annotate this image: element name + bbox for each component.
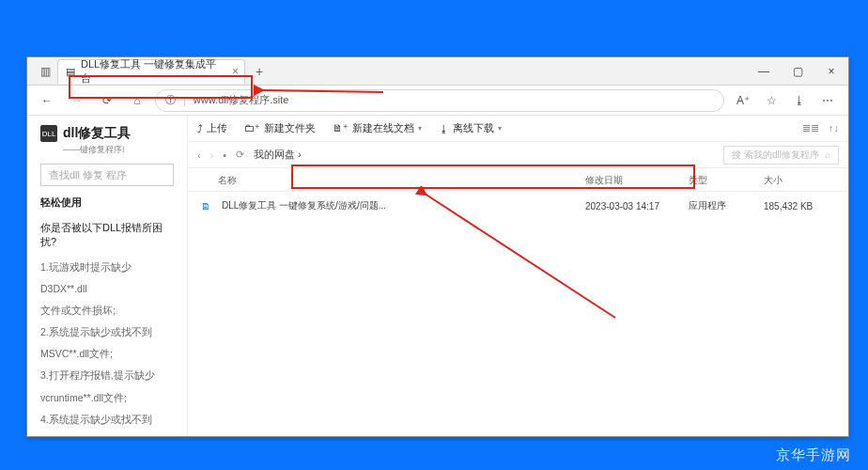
refresh-button[interactable]: ⟳ — [95, 88, 119, 113]
folder-plus-icon: 🗀⁺ — [244, 122, 260, 134]
file-date: 2023-03-03 14:17 — [585, 201, 689, 212]
col-size-header[interactable]: 大小 — [764, 174, 839, 187]
view-mode-button[interactable]: ≣≣ — [802, 122, 819, 134]
home-button[interactable]: ⌂ — [125, 88, 149, 113]
new-folder-button[interactable]: 🗀⁺ 新建文件夹 — [244, 121, 316, 135]
file-search-placeholder: 搜 索我的dll修复程序 — [732, 149, 819, 162]
doc-plus-icon: 🗎⁺ — [333, 122, 349, 134]
site-search-placeholder: 查找dll 修复 程序 — [49, 168, 127, 182]
new-tab-button[interactable]: + — [245, 64, 268, 79]
site-logo-icon: DLL — [40, 125, 57, 142]
upload-button[interactable]: ⤴ 上传 — [197, 121, 227, 135]
site-search-input[interactable]: 查找dll 修复 程序 — [40, 164, 174, 186]
file-manager-pane: ⤴ 上传 🗀⁺ 新建文件夹 🗎⁺ 新建在线文档 ▾ ⭳ 离线下载 ▾ — [187, 116, 848, 436]
col-date-header[interactable]: 修改日期 — [585, 174, 689, 187]
sort-button[interactable]: ↑↓ — [829, 122, 839, 134]
side-heading: 轻松使用 — [40, 196, 174, 210]
page-content: DLL dll修复工具 ——键修复程序! 查找dll 修复 程序 轻松使用 你是… — [27, 116, 848, 436]
problem-item: 3.打开程序报错,提示缺少 — [40, 365, 174, 386]
file-search-input[interactable]: 搜 索我的dll修复程序 ⌕ — [723, 146, 839, 164]
problem-item: 文件或文件损坏; — [40, 300, 174, 321]
breadcrumb-row: ‹ › • ⟳ 我的网盘 › 搜 索我的dll修复程序 ⌕ — [188, 142, 848, 168]
problem-item: 4.系统提示缺少或找不到 — [40, 409, 174, 431]
table-row[interactable]: 🗎DLL修复工具 一键修复系统/游戏/问题...2023-03-03 14:17… — [188, 192, 848, 220]
site-title: DLL dll修复工具 — [40, 125, 174, 142]
faq-question: 你是否被以下DLL报错所困扰? — [40, 221, 174, 249]
address-bar: ← → ⟳ ⌂ ⓘ | www.dll修复程序.site A⁺ ☆ ⭳ ⋯ — [27, 86, 848, 116]
file-table-body: 🗎DLL修复工具 一键修复系统/游戏/问题...2023-03-03 14:17… — [188, 192, 848, 220]
upload-icon: ⤴ — [197, 123, 203, 134]
url-separator: | — [183, 95, 186, 106]
chevron-down-icon: ▾ — [498, 124, 502, 133]
new-folder-label: 新建文件夹 — [264, 121, 316, 135]
new-online-doc-button[interactable]: 🗎⁺ 新建在线文档 ▾ — [333, 121, 422, 135]
problem-item: 2.系统提示缺少或找不到 — [40, 321, 174, 343]
search-icon: ⌕ — [825, 149, 830, 160]
tab-strip: ▥ ▤ DLL修复工具 一键修复集成平台 × + — ▢ × — [27, 57, 848, 86]
tabs-overview-icon[interactable]: ▥ — [33, 59, 57, 84]
url-field[interactable]: ⓘ | www.dll修复程序.site — [155, 89, 724, 112]
file-type-icon: 🗎 — [197, 197, 214, 214]
file-size: 185,432 KB — [764, 201, 839, 212]
tab-close-button[interactable]: × — [232, 65, 239, 78]
page-favicon-icon: ▤ — [66, 66, 75, 78]
forward-button[interactable]: → — [65, 88, 89, 113]
window-controls: — ▢ × — [747, 57, 848, 86]
nav-dot-icon: • — [223, 149, 226, 161]
chevron-down-icon: ▾ — [418, 124, 422, 133]
breadcrumb-path[interactable]: 我的网盘 › — [254, 148, 714, 162]
nav-fwd-button[interactable]: › — [210, 149, 214, 161]
download-icon: ⭳ — [439, 123, 449, 134]
address-right-actions: A⁺ ☆ ⭳ ⋯ — [730, 88, 841, 113]
site-sidebar: DLL dll修复工具 ——键修复程序! 查找dll 修复 程序 轻松使用 你是… — [27, 116, 187, 436]
favorite-button[interactable]: ☆ — [758, 88, 784, 113]
problem-item: 1.玩游戏时提示缺少D3DX**.dll — [40, 257, 174, 300]
browser-tab[interactable]: ▤ DLL修复工具 一键修复集成平台 × — [57, 59, 245, 84]
tab-title: DLL修复工具 一键修复集成平台 — [81, 57, 220, 86]
download-button[interactable]: ⭳ — [786, 88, 813, 113]
watermark-text: 京华手游网 — [776, 446, 851, 464]
url-text: www.dll修复程序.site — [194, 93, 288, 107]
back-button[interactable]: ← — [35, 88, 59, 113]
problem-item: MSVC**.dll文件; — [40, 343, 174, 365]
text-size-button[interactable]: A⁺ — [730, 88, 756, 113]
offline-download-button[interactable]: ⭳ 离线下载 ▾ — [439, 121, 502, 135]
site-title-sub: ——键修复程序! — [63, 144, 174, 156]
col-name-header[interactable]: 名称 — [218, 174, 585, 187]
problem-item: vcruntime**.dll文件; — [40, 387, 174, 409]
file-table-header: 名称 修改日期 类型 大小 — [188, 168, 848, 192]
problem-list: 1.玩游戏时提示缺少D3DX**.dll文件或文件损坏;2.系统提示缺少或找不到… — [40, 257, 174, 436]
file-type: 应用程序 — [689, 199, 764, 212]
nav-refresh-button[interactable]: ⟳ — [236, 149, 244, 161]
upload-label: 上传 — [207, 121, 227, 135]
offline-label: 离线下载 — [453, 121, 494, 135]
file-name: DLL修复工具 一键修复系统/游戏/问题... — [222, 199, 386, 212]
browser-window: ▥ ▤ DLL修复工具 一键修复集成平台 × + — ▢ × ← → ⟳ ⌂ ⓘ… — [26, 56, 849, 437]
close-button[interactable]: × — [814, 57, 848, 86]
minimize-button[interactable]: — — [747, 57, 781, 86]
maximize-button[interactable]: ▢ — [781, 57, 814, 86]
problem-item: qt5core.dll文件; — [40, 431, 174, 436]
more-button[interactable]: ⋯ — [814, 88, 841, 113]
file-toolbar: ⤴ 上传 🗀⁺ 新建文件夹 🗎⁺ 新建在线文档 ▾ ⭳ 离线下载 ▾ — [188, 116, 848, 142]
site-title-main: dll修复工具 — [63, 125, 131, 142]
new-online-label: 新建在线文档 — [352, 121, 414, 135]
site-info-icon[interactable]: ⓘ — [165, 93, 176, 107]
nav-back-button[interactable]: ‹ — [197, 149, 201, 161]
col-type-header[interactable]: 类型 — [689, 174, 764, 187]
